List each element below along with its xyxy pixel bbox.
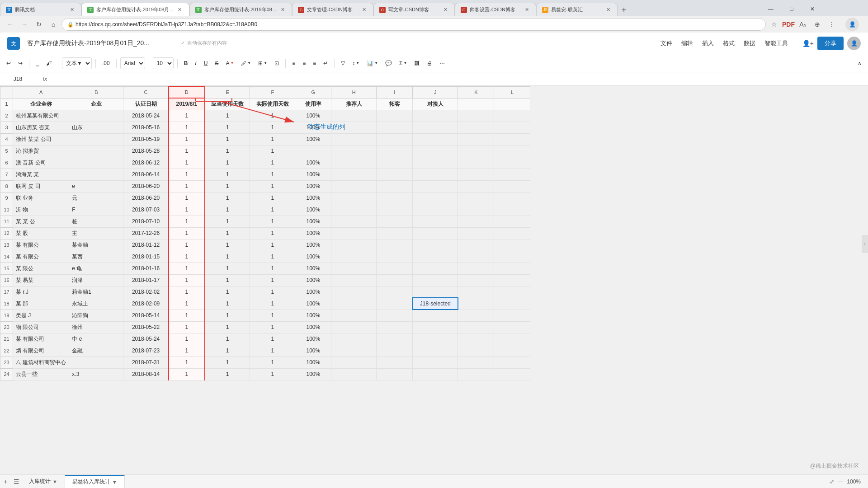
- cell-C24[interactable]: 2018-08-14: [123, 368, 169, 380]
- cell-G24[interactable]: 100%: [295, 368, 331, 380]
- cell-A24[interactable]: 云县一些: [13, 368, 69, 380]
- cell-E16[interactable]: 1: [205, 274, 250, 286]
- cell-D6[interactable]: 1: [169, 157, 205, 169]
- cell-D5[interactable]: 1: [169, 145, 205, 157]
- align-left-button[interactable]: ≡: [289, 57, 298, 70]
- cell-F3[interactable]: 1: [250, 122, 295, 133]
- cell-K12[interactable]: [458, 227, 494, 239]
- cell-A6[interactable]: 澳 音新 公司: [13, 157, 69, 169]
- cell-F13[interactable]: 1: [250, 239, 295, 251]
- cell-K22[interactable]: [458, 345, 494, 357]
- row-num-13[interactable]: 13: [0, 239, 13, 251]
- cell-J15[interactable]: [413, 263, 458, 274]
- row-num-9[interactable]: 9: [0, 192, 13, 204]
- col-header-F[interactable]: F: [250, 86, 295, 98]
- cell-D3[interactable]: 1: [169, 122, 205, 133]
- col-header-J[interactable]: J: [413, 86, 458, 98]
- menu-insert[interactable]: 插入: [702, 39, 714, 47]
- cell-J4[interactable]: [413, 133, 458, 145]
- cell-E19[interactable]: 1: [205, 310, 250, 321]
- collapse-panel-button[interactable]: ›: [862, 235, 868, 253]
- cell-L5[interactable]: [494, 145, 530, 157]
- row-num-10[interactable]: 10: [0, 204, 13, 216]
- cell-K7[interactable]: [458, 169, 494, 180]
- col-header-A[interactable]: A: [13, 86, 69, 98]
- cell-G4[interactable]: 100%: [295, 133, 331, 145]
- cell-G14[interactable]: 100%: [295, 251, 331, 263]
- cell-C6[interactable]: 2018-06-12: [123, 157, 169, 169]
- cell-D8[interactable]: 1: [169, 180, 205, 192]
- tab-yiqian[interactable]: 易 易签安-联英汇 ✕: [536, 3, 618, 16]
- cell-A14[interactable]: 某 有限公: [13, 251, 69, 263]
- cell-C12[interactable]: 2017-12-26: [123, 227, 169, 239]
- cell-C3[interactable]: 2018-05-16: [123, 122, 169, 133]
- row-num-20[interactable]: 20: [0, 321, 13, 333]
- cell-C7[interactable]: 2018-06-14: [123, 169, 169, 180]
- row-num-23[interactable]: 23: [0, 357, 13, 368]
- cell-D7[interactable]: 1: [169, 169, 205, 180]
- cell-J22[interactable]: [413, 345, 458, 357]
- font-color-button[interactable]: A▼: [223, 57, 236, 70]
- cell-F2[interactable]: 1: [250, 110, 295, 122]
- sheet-list-button[interactable]: ☰: [11, 476, 22, 487]
- cell-K1[interactable]: [458, 98, 494, 110]
- cell-I8[interactable]: [377, 180, 413, 192]
- cell-H21[interactable]: [331, 333, 377, 345]
- cell-C15[interactable]: 2018-01-16: [123, 263, 169, 274]
- tab-csdn-2[interactable]: C 写文章-CSDN博客 ✕: [373, 3, 455, 16]
- cell-J18[interactable]: J18-selected: [413, 298, 458, 310]
- tab-spreadsheet-2[interactable]: 文 客户库存使用统计表-2019年08... ✕: [189, 3, 292, 16]
- cell-F5[interactable]: 1: [250, 145, 295, 157]
- cell-B21[interactable]: 中 e: [69, 333, 123, 345]
- cell-D17[interactable]: 1: [169, 286, 205, 298]
- cell-E13[interactable]: 1: [205, 239, 250, 251]
- cell-J1[interactable]: 对接人: [413, 98, 458, 110]
- col-header-G[interactable]: G: [295, 86, 331, 98]
- formula-input[interactable]: [54, 72, 868, 85]
- tab-close-4[interactable]: ✕: [360, 6, 368, 14]
- cell-H5[interactable]: [331, 145, 377, 157]
- cell-C23[interactable]: 2018-07-31: [123, 357, 169, 368]
- cell-B13[interactable]: 某金融: [69, 239, 123, 251]
- font-name-select[interactable]: Arial: [120, 57, 145, 69]
- wrap-button[interactable]: ↵: [321, 57, 330, 70]
- cell-L8[interactable]: [494, 180, 530, 192]
- cell-E1[interactable]: 应当使用天数: [205, 98, 250, 110]
- cell-B15[interactable]: e 龟: [69, 263, 123, 274]
- tab-close-5[interactable]: ✕: [442, 6, 449, 14]
- cell-H1[interactable]: 推荐人: [331, 98, 377, 110]
- cell-B17[interactable]: 莉金融1: [69, 286, 123, 298]
- cell-G10[interactable]: 100%: [295, 204, 331, 216]
- align-center-button[interactable]: ≡: [300, 57, 308, 70]
- menu-file[interactable]: 文件: [660, 39, 672, 47]
- cell-I11[interactable]: [377, 216, 413, 227]
- cell-F9[interactable]: 1: [250, 192, 295, 204]
- cell-A18[interactable]: 某 那: [13, 298, 69, 310]
- filter-button[interactable]: ▽: [338, 57, 348, 70]
- menu-format[interactable]: 格式: [723, 39, 735, 47]
- cell-I19[interactable]: [377, 310, 413, 321]
- row-num-17[interactable]: 17: [0, 286, 13, 298]
- cell-J24[interactable]: [413, 368, 458, 380]
- cell-D15[interactable]: 1: [169, 263, 205, 274]
- bold-button[interactable]: B: [181, 57, 191, 70]
- fill-color-button[interactable]: 🖊▼: [238, 57, 254, 70]
- menu-data[interactable]: 数据: [744, 39, 755, 47]
- cell-I3[interactable]: [377, 122, 413, 133]
- cell-H23[interactable]: [331, 357, 377, 368]
- cell-F11[interactable]: 1: [250, 216, 295, 227]
- cell-G23[interactable]: 100%: [295, 357, 331, 368]
- cell-E20[interactable]: 1: [205, 321, 250, 333]
- cell-B2[interactable]: [69, 110, 123, 122]
- cell-I24[interactable]: [377, 368, 413, 380]
- cell-F12[interactable]: 1: [250, 227, 295, 239]
- cell-I16[interactable]: [377, 274, 413, 286]
- cell-K16[interactable]: [458, 274, 494, 286]
- cell-G16[interactable]: 100%: [295, 274, 331, 286]
- row-num-18[interactable]: 18: [0, 298, 13, 310]
- add-sheet-button[interactable]: +: [0, 476, 11, 487]
- cell-K24[interactable]: [458, 368, 494, 380]
- cell-C4[interactable]: 2018-05-19: [123, 133, 169, 145]
- close-button[interactable]: ✕: [802, 2, 823, 16]
- cell-K20[interactable]: [458, 321, 494, 333]
